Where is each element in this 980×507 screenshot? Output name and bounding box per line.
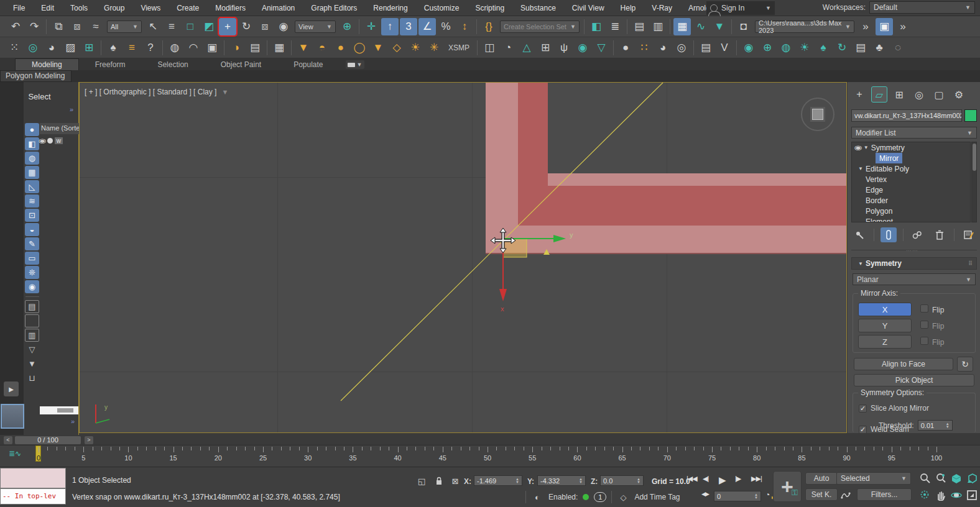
z-coord-field[interactable]: 0.0▲▼ [600, 475, 644, 486]
teapot-icon[interactable]: ◍ [166, 39, 183, 57]
sphere-plane-icon[interactable]: ◎ [673, 39, 690, 57]
center-pivot-icon[interactable]: ◎ [24, 39, 42, 57]
material-sphere-icon[interactable]: ● [617, 39, 634, 57]
weld-seam-checkbox[interactable] [859, 426, 867, 434]
play-button[interactable]: ▶ [719, 475, 726, 486]
stack-scrollbar[interactable] [971, 142, 977, 222]
sky-light-icon[interactable]: ✳ [425, 39, 443, 57]
stack-row-editable-poly[interactable]: ▼Editable Poly [852, 163, 970, 174]
ribbon-tab-freeform[interactable]: Freeform [79, 59, 142, 70]
light-lister-icon[interactable]: ◑ [228, 39, 245, 57]
menu-item-graph-editors[interactable]: Graph Editors [303, 4, 365, 12]
select-and-link-icon[interactable]: ⧉ [50, 18, 67, 35]
time-slider-bar[interactable]: 0 / 100 [15, 436, 81, 444]
filter-frozen-icon[interactable]: ❊ [25, 266, 39, 279]
scene-explorer-more-chevron[interactable]: » [70, 106, 73, 113]
pick-object-button[interactable]: Pick Object [854, 374, 974, 386]
y-coord-field[interactable]: -4.332▲▼ [537, 475, 586, 486]
arc-sphere-icon[interactable]: ◠ [185, 39, 202, 57]
maxscript-listener-input[interactable]: -- In top-lev [0, 488, 66, 505]
camera-teal-icon[interactable]: ◉ [740, 39, 757, 57]
filter-cameras-icon[interactable]: ▦ [25, 166, 39, 179]
symmetry-rollout-header[interactable]: ▼ Symmetry ⠿ [851, 257, 977, 270]
selection-lock-region-icon[interactable]: ◱ [415, 475, 428, 486]
filter-gear-icon[interactable]: ▽ [25, 343, 39, 356]
bind-to-space-warp-icon[interactable]: ≈ [87, 18, 104, 35]
filter-lights-icon[interactable]: ◍ [25, 152, 39, 165]
menu-item-rendering[interactable]: Rendering [365, 4, 415, 12]
display-outline-icon[interactable]: ▥ [25, 329, 39, 342]
target-spot-light-icon[interactable]: ▼ [295, 39, 312, 57]
display-tab-icon[interactable]: ▢ [931, 86, 947, 103]
stack-collapse-arrow[interactable]: ▼ [864, 145, 869, 150]
stack-eye-icon[interactable]: ◉ [854, 144, 862, 151]
utilities-tab-icon[interactable]: ⚙ [951, 86, 967, 103]
remove-modifier-trash-icon[interactable] [931, 227, 948, 242]
menu-item-scripting[interactable]: Scripting [467, 4, 512, 12]
dome-light-icon[interactable]: ◓ [313, 39, 331, 57]
stack-collapse-arrow[interactable]: ▼ [858, 166, 863, 171]
cube-proxy-icon[interactable]: ▣ [203, 39, 221, 57]
camera-add-icon[interactable]: ⊕ [759, 39, 776, 57]
scene-explorer-icon[interactable]: ▤ [631, 18, 648, 35]
modifier-list-dropdown[interactable]: Modifier List ▼ [851, 127, 977, 139]
threshold-field[interactable]: 0.01 ▲▼ [918, 420, 953, 431]
list-box-icon[interactable]: ▤ [852, 39, 869, 57]
fire-box-icon[interactable]: ◉ [574, 39, 591, 57]
scatter-tool-icon[interactable]: ⁙ [6, 39, 23, 57]
spinner-snap-icon[interactable]: ↕ [456, 18, 473, 35]
layer-explorer-icon[interactable]: ▥ [649, 18, 667, 35]
auto-key-button[interactable]: Auto [805, 472, 838, 485]
align-icon[interactable]: ≣ [606, 18, 624, 35]
zoom-extents-all-icon[interactable] [964, 470, 979, 486]
zoom-icon[interactable] [918, 470, 933, 486]
horizontal-scrollbar[interactable] [40, 406, 78, 414]
make-unique-icon[interactable] [910, 227, 926, 242]
x-coord-field[interactable]: -1.469▲▼ [474, 475, 522, 486]
moon-sphere-icon[interactable]: ◔ [499, 39, 517, 57]
container-icon[interactable]: ⊔ [25, 372, 39, 385]
show-end-result-icon[interactable] [881, 227, 897, 242]
stack-row-symmetry[interactable]: ◉▼Symmetry [852, 142, 970, 153]
sign-in-button[interactable]: Sign In ▼ [706, 1, 775, 15]
shield-icon[interactable]: ▽ [593, 39, 610, 57]
rectangular-selection-region-icon[interactable]: □ [182, 18, 199, 35]
menu-item-create[interactable]: Create [169, 4, 207, 12]
menu-item-substance[interactable]: Substance [512, 4, 564, 12]
fire-ring-icon[interactable]: ◌ [889, 39, 907, 57]
scrollbar-thumb[interactable] [57, 408, 73, 413]
viewcube[interactable] [800, 96, 837, 134]
gizmo-y-arrowhead[interactable] [553, 235, 566, 242]
align-pivot-icon[interactable]: ⊞ [80, 39, 98, 57]
select-and-rotate-icon[interactable]: ↻ [238, 18, 255, 35]
menu-item-edit[interactable]: Edit [33, 4, 62, 12]
ribbon-tab-populate[interactable]: Populate [277, 59, 339, 70]
name-column-header[interactable]: Name (Sorte [40, 123, 79, 134]
display-list-icon[interactable]: ▤ [25, 300, 39, 313]
select-and-move-icon[interactable]: + [219, 18, 236, 35]
angle-snap-icon[interactable]: ∠ [418, 18, 436, 35]
configure-modifier-sets-icon[interactable] [961, 227, 977, 242]
maximize-viewport-icon[interactable] [964, 487, 979, 503]
key-filters-selected-dropdown[interactable]: Selected ▼ [836, 472, 911, 485]
menu-item-civil-view[interactable]: Civil View [564, 4, 612, 12]
tree-teal-icon[interactable]: ♠ [815, 39, 832, 57]
motion-tab-icon[interactable]: ◎ [911, 86, 927, 103]
create-tab-icon[interactable]: + [851, 86, 867, 103]
set-key-button[interactable]: Set K. [805, 488, 838, 501]
menu-item-customize[interactable]: Customize [416, 4, 468, 12]
viewport-label[interactable]: [ + ] [ Orthographic ] [ Standard ] [ Cl… [85, 88, 228, 96]
snap-toggle-icon[interactable]: ↑ [381, 18, 399, 35]
select-and-place-icon[interactable]: ◉ [275, 18, 292, 35]
stack-row-border[interactable]: Border [852, 195, 970, 206]
select-by-name-icon[interactable]: ≡ [163, 18, 180, 35]
key-filter-curves-icon[interactable] [838, 488, 853, 502]
mirror-axis-y-button[interactable]: Y [858, 319, 912, 332]
menu-item-file[interactable]: File [5, 4, 33, 12]
percent-snap-icon[interactable]: % [437, 18, 455, 35]
paint-objects-icon[interactable]: ◕ [43, 39, 60, 57]
flip-x-checkbox[interactable] [920, 304, 928, 313]
vray-icon[interactable]: V [716, 39, 733, 57]
forest-pack-icon[interactable]: ♠ [104, 39, 122, 57]
select-object-icon[interactable]: ↖ [144, 18, 162, 35]
